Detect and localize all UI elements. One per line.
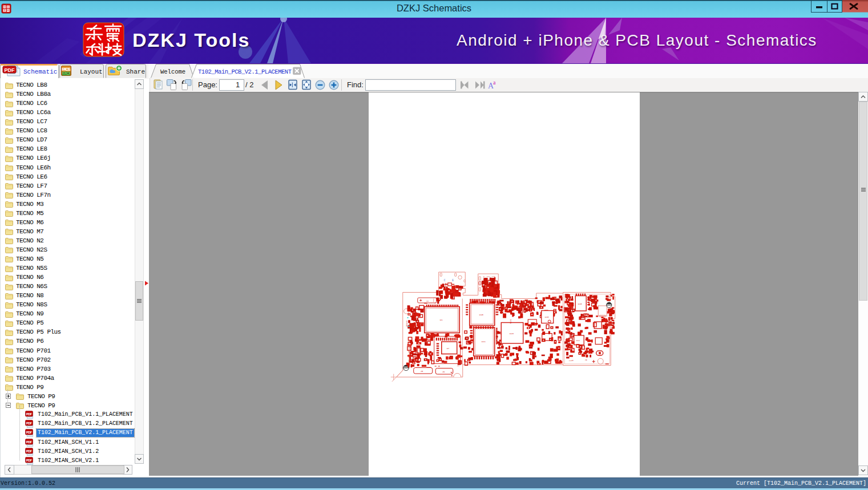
svg-text:Find:: Find: <box>347 80 364 89</box>
svg-text:U15: U15 <box>544 316 549 318</box>
svg-text:T102_Main_PCB_V2.1_PLACEMENT: T102_Main_PCB_V2.1_PLACEMENT <box>198 68 292 75</box>
svg-text:MHz TH4: MHz TH4 <box>486 276 495 278</box>
svg-text:U7: U7 <box>446 347 449 349</box>
svg-text:TECNO: TECNO <box>406 321 408 326</box>
svg-text:T102_MAIN_PCB_V2.1_PAB: T102_MAIN_PCB_V2.1_PAB <box>409 339 412 363</box>
svg-text:PDF: PDF <box>5 67 15 73</box>
svg-text:U13: U13 <box>509 332 514 334</box>
svg-text:C88: C88 <box>530 351 533 353</box>
svg-text:PADS: PADS <box>62 67 71 72</box>
svg-text:Page:: Page: <box>198 80 217 89</box>
svg-text:J5: J5 <box>420 370 423 372</box>
svg-text:Schematic: Schematic <box>23 68 57 75</box>
svg-text:J2: J2 <box>426 299 429 302</box>
svg-text:U10: U10 <box>479 313 483 315</box>
svg-text:U20: U20 <box>578 302 582 305</box>
svg-text:1: 1 <box>236 80 240 89</box>
svg-text:U1: U1 <box>439 318 442 321</box>
svg-text:J9: J9 <box>584 358 587 361</box>
svg-text:E: E <box>452 279 454 282</box>
svg-text:U11: U11 <box>481 340 486 342</box>
svg-text:Welcome: Welcome <box>160 68 185 75</box>
svg-text:C: C <box>443 279 445 282</box>
svg-text:PDF: PDF <box>26 440 33 443</box>
svg-text:PDF: PDF <box>26 449 33 452</box>
svg-text:R31: R31 <box>506 347 510 350</box>
svg-text:Share: Share <box>126 68 145 75</box>
svg-text:PDF: PDF <box>26 431 33 434</box>
svg-text:T102: T102 <box>509 319 511 323</box>
svg-text:PDF: PDF <box>26 458 33 461</box>
svg-text:J6: J6 <box>442 371 445 373</box>
svg-text:/ 2: / 2 <box>245 80 253 89</box>
svg-text:f: f <box>483 276 485 278</box>
svg-text:PDF: PDF <box>26 422 33 425</box>
svg-text:U22: U22 <box>576 339 579 341</box>
svg-text:J8: J8 <box>571 359 573 361</box>
svg-text:PDF: PDF <box>26 412 33 416</box>
svg-text:Layout: Layout <box>80 68 103 75</box>
svg-text:a: a <box>493 79 496 86</box>
